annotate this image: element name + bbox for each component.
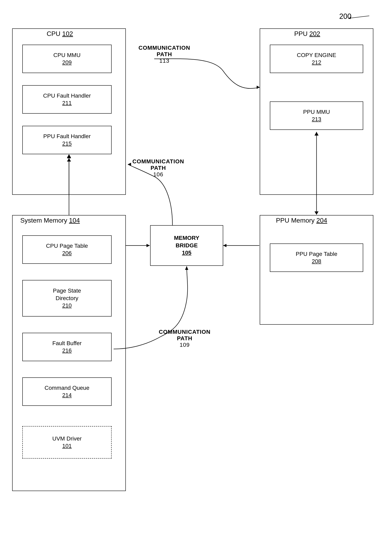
ppu-label: PPU 202	[294, 30, 320, 37]
ppu-mmu-box: PPU MMU213	[270, 101, 363, 130]
diagram: 200 CPU 102 PPU 202 System Memory 104 PP…	[0, 0, 392, 545]
comm-path-113-label: COMMUNICATIONPATH113	[134, 45, 195, 64]
system-memory-label: System Memory 104	[20, 217, 80, 224]
uvm-driver-box: UVM Driver101	[22, 426, 112, 458]
svg-marker-14	[315, 211, 318, 215]
svg-line-0	[349, 16, 369, 18]
svg-marker-2	[257, 86, 260, 89]
comm-path-106-label: COMMUNICATIONPATH106	[126, 158, 191, 178]
ppu-page-table-box: PPU Page Table208	[270, 243, 363, 272]
ppu-memory-label: PPU Memory 204	[276, 217, 327, 224]
system-memory-ref: 104	[69, 217, 80, 224]
ppu-ref: 202	[309, 30, 320, 37]
copy-engine-box: COPY ENGINE212	[270, 45, 363, 73]
page-state-directory-box: Page StateDirectory210	[22, 280, 112, 316]
cpu-fault-handler-box: CPU Fault Handler211	[22, 85, 112, 114]
svg-marker-15	[185, 266, 188, 270]
cpu-label: CPU 102	[47, 30, 73, 37]
memory-bridge-box: MEMORYBRIDGE105	[150, 225, 223, 266]
svg-marker-11	[223, 244, 226, 247]
diagram-number: 200	[339, 12, 351, 21]
command-queue-box: Command Queue214	[22, 378, 112, 406]
fault-buffer-box: Fault Buffer216	[22, 333, 112, 361]
comm-path-109-label: COMMUNICATIONPATH109	[154, 329, 215, 348]
svg-marker-8	[147, 244, 150, 247]
cpu-page-table-box: CPU Page Table206	[22, 235, 112, 264]
cpu-mmu-box: CPU MMU209	[22, 45, 112, 73]
cpu-ref: 102	[62, 30, 73, 37]
ppu-fault-handler-box: PPU Fault Handler215	[22, 126, 112, 154]
ppu-memory-ref: 204	[316, 217, 327, 224]
